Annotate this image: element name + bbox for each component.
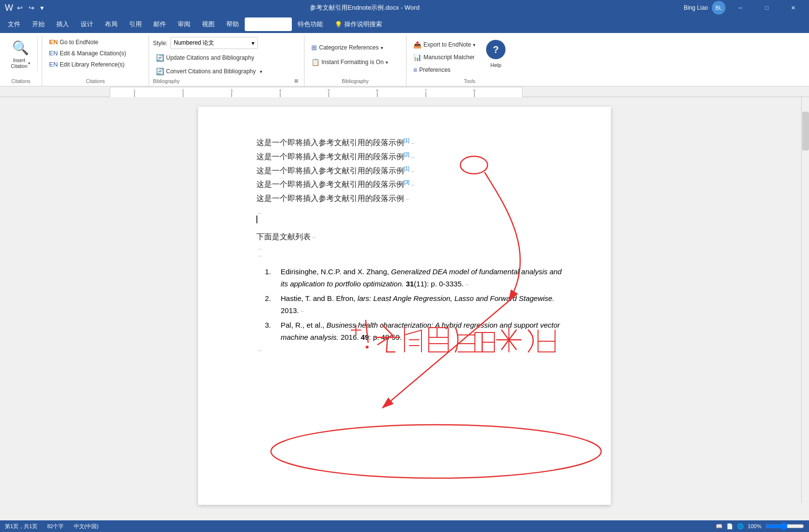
doc-line-1: 这是一个即将插入参考文献引用的段落示例[1]← <box>256 136 562 150</box>
go-to-endnote-icon: EN <box>49 38 58 46</box>
menu-item-special[interactable]: 特色功能 <box>292 17 329 31</box>
user-avatar[interactable]: BL <box>712 1 725 15</box>
svg-text:5: 5 <box>328 89 330 92</box>
menu-item-view[interactable]: 视图 <box>196 17 220 31</box>
menu-item-review[interactable]: 审阅 <box>172 17 196 31</box>
line1-marker: ← <box>410 140 416 147</box>
instant-formatting-icon: 📋 <box>311 58 320 66</box>
menu-item-file[interactable]: 文件 <box>2 17 26 31</box>
menu-item-insert[interactable]: 插入 <box>51 17 75 31</box>
ribbon-group-citations-content: 🔍 InsertCitation ▾ <box>4 37 38 78</box>
svg-text:7: 7 <box>425 89 427 92</box>
doc-line-5: 这是一个即将插入参考文献引用的段落示例← <box>256 192 562 206</box>
bib2-group-label: Bibliography <box>308 78 402 86</box>
instant-formatting-label: Instant Formatting is On <box>321 59 384 66</box>
ribbon: 🔍 InsertCitation ▾ Citations EN Go to En… <box>0 33 809 86</box>
menu-item-mailings[interactable]: 邮件 <box>148 17 172 31</box>
bibliography-expand-icon[interactable]: ⊠ <box>294 78 298 83</box>
categorize-references-button[interactable]: ⊞ Categorize References ▾ <box>308 41 391 54</box>
cursor-line[interactable] <box>256 213 562 226</box>
menu-item-references[interactable]: 引用 <box>123 17 148 31</box>
update-citations-icon: 🔄 <box>156 54 164 62</box>
help-button[interactable]: ? Help <box>482 37 509 71</box>
svg-text:2: 2 <box>182 89 184 92</box>
ribbon-group-citations-btns: EN Go to EndNote EN Edit & Manage Citati… <box>42 35 149 86</box>
view-read-icon[interactable]: 📖 <box>716 523 723 530</box>
document-title: 参考文献引用Endnote示例.docx - Word <box>310 4 420 11</box>
bibliography-col: Style: Numbered 论文 ▾ 🔄 Update Citations … <box>153 37 265 77</box>
help-label: Help <box>490 62 502 68</box>
ribbon-bibliography-content: Style: Numbered 论文 ▾ 🔄 Update Citations … <box>153 37 265 78</box>
bib-num-1: 1. <box>256 266 271 290</box>
style-dropdown[interactable]: Numbered 论文 ▾ <box>170 37 258 49</box>
lightbulb-icon: 💡 <box>335 21 342 28</box>
title-bar: W ↩ ↪ ▾ 参考文献引用Endnote示例.docx - Word Bing… <box>0 0 809 16</box>
convert-citations-label: Convert Citations and Bibliography <box>166 68 256 75</box>
insert-citation-button[interactable]: 🔍 InsertCitation ▾ <box>4 37 38 72</box>
quick-access-toolbar: W ↩ ↪ ▾ <box>5 3 46 13</box>
status-bar: 第1页，共1页 82个字 中文(中国) 📖 📄 🌐 100% <box>0 520 809 532</box>
export-arrow: ▾ <box>473 42 475 48</box>
language: 中文(中国) <box>74 523 99 530</box>
document-area: 这是一个即将插入参考文献引用的段落示例[1]← 这是一个即将插入参考文献引用的段… <box>0 97 809 515</box>
bib2-col: ⊞ Categorize References ▾ 📋 Instant Form… <box>308 37 391 69</box>
bib-num-3: 3. <box>256 319 271 344</box>
instant-formatting-button[interactable]: 📋 Instant Formatting is On ▾ <box>308 55 391 69</box>
below-section-marker: ← <box>312 234 318 241</box>
doc-line-3: 这是一个即将插入参考文献引用的段落示例[1]← <box>256 164 562 178</box>
undo-button[interactable]: ↩ <box>15 3 25 13</box>
line2-marker: ← <box>410 154 416 161</box>
edit-library-icon: EN <box>49 61 58 68</box>
menu-item-home[interactable]: 开始 <box>26 17 51 31</box>
export-to-endnote-button[interactable]: 📤 Export to EndNote ▾ <box>410 39 478 50</box>
customize-qa-button[interactable]: ▾ <box>38 3 46 13</box>
menu-item-design[interactable]: 设计 <box>75 17 99 31</box>
ruler: 1 2 3 4 5 6 7 8 <box>0 86 809 97</box>
title-bar-title: 参考文献引用Endnote示例.docx - Word <box>46 3 684 12</box>
menu-item-layout[interactable]: 布局 <box>99 17 123 31</box>
maximize-button[interactable]: □ <box>756 0 778 16</box>
categorize-label: Categorize References <box>319 44 379 51</box>
export-label: Export to EndNote <box>423 41 471 48</box>
title-bar-right: Bing Liao BL ─ □ ✕ <box>684 0 804 16</box>
style-value: Numbered 论文 <box>174 39 214 47</box>
minimize-button[interactable]: ─ <box>729 0 752 16</box>
line3-text: 这是一个即将插入参考文献引用的段落示例 <box>256 166 404 175</box>
line1-text: 这是一个即将插入参考文献引用的段落示例 <box>256 138 404 147</box>
insert-citation-icon: 🔍 <box>12 40 29 56</box>
convert-citations-button[interactable]: 🔄 Convert Citations and Bibliography ▾ <box>153 66 265 77</box>
line1-ref: [1] <box>404 138 409 143</box>
export-icon: 📤 <box>413 41 421 49</box>
manuscript-matcher-button[interactable]: 📊 Manuscript Matcher <box>410 51 478 63</box>
go-to-endnote-button[interactable]: EN Go to EndNote <box>46 37 129 47</box>
citations-buttons-col: EN Go to EndNote EN Edit & Manage Citati… <box>46 37 129 69</box>
line2-text: 这是一个即将插入参考文献引用的段落示例 <box>256 152 404 161</box>
view-web-icon[interactable]: 🌐 <box>737 523 744 530</box>
doc-line-2: 这是一个即将插入参考文献引用的段落示例[2]← <box>256 150 562 164</box>
convert-citations-icon: 🔄 <box>156 67 164 75</box>
ruler-inner: 1 2 3 4 5 6 7 8 <box>110 87 522 97</box>
insert-citation-dropdown-arrow[interactable]: ▾ <box>28 61 30 66</box>
menu-item-search[interactable]: 💡 操作说明搜索 <box>329 17 388 31</box>
doc-line-below: 下面是文献列表← <box>256 230 562 244</box>
menu-item-help[interactable]: 帮助 <box>220 17 245 31</box>
line4-text: 这是一个即将插入参考文献引用的段落示例 <box>256 180 404 188</box>
convert-citations-arrow: ▾ <box>260 69 262 74</box>
scrollbar-thumb[interactable] <box>802 112 809 150</box>
view-print-icon[interactable]: 📄 <box>726 523 733 530</box>
preferences-button[interactable]: ≡ Preferences <box>410 64 478 76</box>
update-citations-button[interactable]: 🔄 Update Citations and Bibliography <box>153 52 265 64</box>
help-icon: ? <box>486 40 506 59</box>
preferences-icon: ≡ <box>413 66 417 74</box>
zoom-slider[interactable] <box>765 523 804 529</box>
bib-text-1: Edirisinghe, N.C.P. and X. Zhang, Genera… <box>281 266 562 290</box>
bib-num-2: 2. <box>256 292 271 317</box>
close-button[interactable]: ✕ <box>782 0 804 16</box>
redo-button[interactable]: ↪ <box>27 3 36 13</box>
vertical-scrollbar[interactable] <box>801 97 809 503</box>
ribbon-citations-content: EN Go to EndNote EN Edit & Manage Citati… <box>46 37 129 78</box>
menu-item-endnote[interactable]: EndNote X9 <box>245 17 292 31</box>
svg-text:1: 1 <box>134 89 135 92</box>
edit-library-reference-button[interactable]: EN Edit Library Reference(s) <box>46 59 129 69</box>
edit-manage-citations-button[interactable]: EN Edit & Manage Citation(s) <box>46 48 129 58</box>
